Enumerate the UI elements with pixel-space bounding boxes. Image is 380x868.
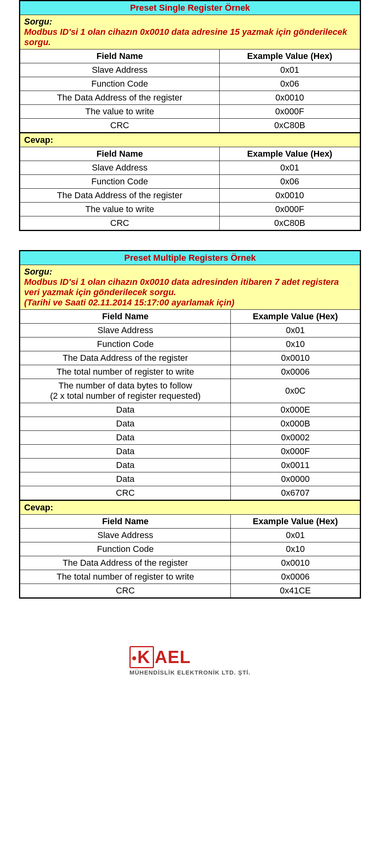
brand-name: KAEL <box>129 646 251 668</box>
preset-single-register-table: Preset Single Register Örnek Sorgu: Modb… <box>19 0 361 231</box>
col-field: Field Name <box>20 49 220 63</box>
sorgu-text: Modbus ID'si 1 olan cihazın 0x0010 data … <box>24 277 339 297</box>
block2-sorgu: Sorgu: Modbus ID'si 1 olan cihazın 0x001… <box>20 265 361 310</box>
sorgu-text: Modbus ID'si 1 olan cihazın 0x0010 data … <box>24 27 347 47</box>
block1-sorgu: Sorgu: Modbus ID'si 1 olan cihazın 0x001… <box>20 15 361 49</box>
brand-subtitle: MÜHENDİSLİK ELEKTRONİK LTD. ŞTİ. <box>129 669 251 676</box>
footer-logo: KAEL MÜHENDİSLİK ELEKTRONİK LTD. ŞTİ. <box>19 646 361 677</box>
col-value: Example Value (Hex) <box>219 49 360 63</box>
sorgu-label: Sorgu: <box>24 267 52 277</box>
cevap-label: Cevap: <box>20 500 361 515</box>
cevap-label: Cevap: <box>20 133 361 147</box>
table-row: Slave Address <box>20 63 220 77</box>
sorgu-note: (Tarihi ve Saati 02.11.2014 15:17:00 aya… <box>24 298 234 307</box>
block1-title: Preset Single Register Örnek <box>20 1 361 15</box>
page: Preset Single Register Örnek Sorgu: Modb… <box>0 0 380 756</box>
block2-title: Preset Multiple Registers Örnek <box>20 251 361 265</box>
preset-multiple-registers-table: Preset Multiple Registers Örnek Sorgu: M… <box>19 250 361 599</box>
sorgu-label: Sorgu: <box>24 17 52 27</box>
